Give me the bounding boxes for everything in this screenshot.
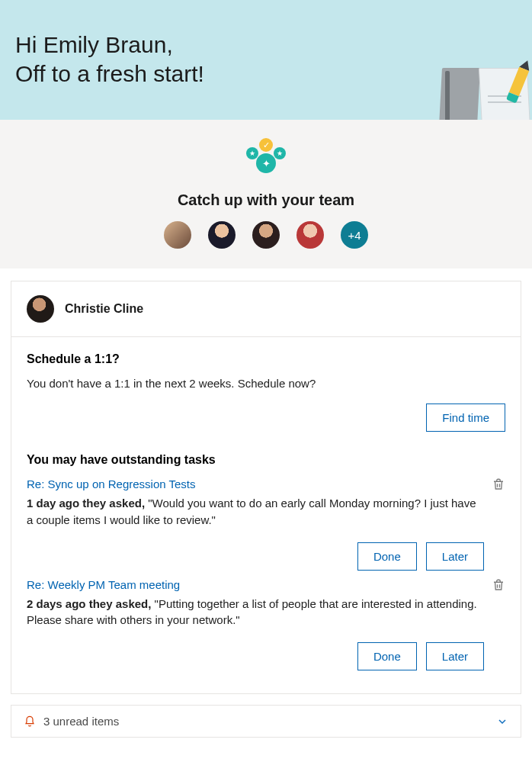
delete-icon[interactable] [492, 477, 505, 491]
task-subject-link[interactable]: Re: Sync up on Regression Tests [27, 477, 196, 490]
notebook-illustration [437, 57, 532, 120]
task-text: 1 day ago they asked, "Would you want to… [27, 495, 484, 529]
catch-up-section: ★★ ✓✦ Catch up with your team +4 [0, 120, 532, 268]
avatar-row: +4 [15, 221, 517, 249]
header-banner: Hi Emily Braun, Off to a fresh start! [0, 0, 532, 120]
team-avatar[interactable] [296, 221, 324, 249]
more-avatars-button[interactable]: +4 [341, 221, 368, 249]
schedule-text: You don't have a 1:1 in the next 2 weeks… [27, 377, 505, 390]
greeting-line1: Hi Emily Braun, [15, 32, 173, 57]
person-card: Christie Cline Schedule a 1:1? You don't… [11, 281, 521, 694]
task-text: 2 days ago they asked, "Putting together… [27, 596, 484, 629]
chevron-down-icon[interactable] [496, 715, 508, 728]
schedule-title: Schedule a 1:1? [27, 352, 505, 366]
task-ago: 2 days ago they asked, [27, 597, 151, 610]
done-button[interactable]: Done [357, 542, 417, 571]
unread-text: 3 unread items [43, 715, 119, 728]
later-button[interactable]: Later [426, 542, 484, 571]
team-icon: ★★ ✓✦ [245, 138, 287, 181]
done-button[interactable]: Done [357, 642, 417, 670]
card-header: Christie Cline [11, 281, 521, 337]
bell-icon [24, 715, 36, 728]
avatar [27, 295, 54, 323]
find-time-button[interactable]: Find time [426, 404, 505, 432]
greeting-line2: Off to a fresh start! [15, 61, 204, 86]
team-avatar[interactable] [252, 221, 280, 249]
team-avatar[interactable] [164, 221, 191, 249]
team-avatar[interactable] [208, 221, 236, 249]
tasks-section-title: You may have outstanding tasks [27, 453, 505, 467]
task-item: Re: Weekly PM Team meeting 2 days ago th… [27, 578, 505, 671]
later-button[interactable]: Later [426, 642, 484, 670]
task-ago: 1 day ago they asked, [27, 497, 145, 510]
task-subject-link[interactable]: Re: Weekly PM Team meeting [27, 578, 180, 591]
delete-icon[interactable] [492, 578, 505, 592]
task-item: Re: Sync up on Regression Tests 1 day ag… [27, 477, 505, 571]
catch-up-title: Catch up with your team [15, 191, 517, 209]
unread-row[interactable]: 3 unread items [11, 705, 521, 738]
person-name: Christie Cline [65, 302, 143, 316]
